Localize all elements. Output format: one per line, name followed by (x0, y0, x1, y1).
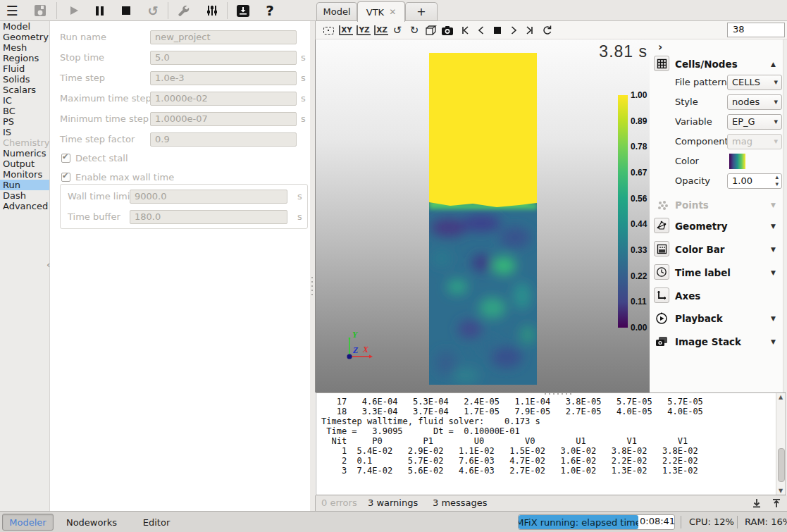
section-playback[interactable]: Playback (675, 313, 723, 324)
sidebar-item-geometry[interactable]: Geometry (0, 32, 49, 42)
vtk-viewport[interactable]: 3.81 s 1.00 0.89 0.78 0.67 0.56 0.44 0.3… (315, 39, 650, 392)
expand-arrow-icon[interactable]: ▼ (771, 223, 776, 230)
sidebar-item-advanced[interactable]: Advanced (0, 201, 49, 211)
wall-time-limit-input[interactable]: 9000.0 (130, 190, 287, 204)
last-frame-button[interactable] (521, 22, 538, 39)
sidebar-item-mesh[interactable]: Mesh (0, 42, 49, 53)
section-geometry[interactable]: Geometry (675, 221, 728, 232)
tab-model[interactable]: Model (316, 2, 357, 21)
time-label-button[interactable] (654, 264, 669, 280)
frame-number-input[interactable]: 38 (727, 23, 785, 37)
section-color-bar[interactable]: Color Bar (675, 244, 725, 255)
sidebar-item-fluid[interactable]: Fluid (0, 63, 49, 74)
scroll-down-icon[interactable]: ▼ (779, 488, 783, 494)
stop-playback-button[interactable] (489, 22, 506, 39)
console-output[interactable]: 17 4.6E-04 5.3E-04 2.4E-05 1.1E-04 3.8E-… (316, 392, 786, 495)
console-line: Nit P0 P1 U0 V0 U1 V1 V1 (316, 436, 786, 446)
sidebar-item-bc[interactable]: BC (0, 106, 49, 116)
tab-add-button[interactable]: + (405, 2, 438, 21)
scrollbar-thumb[interactable] (778, 448, 785, 482)
expand-arrow-icon[interactable]: ▼ (771, 315, 776, 322)
console-scrollbar[interactable]: ▲ ▼ (776, 393, 786, 495)
stop-time-input[interactable]: 5.0 (150, 51, 297, 65)
menu-button[interactable]: ☰ (3, 1, 21, 20)
previous-frame-button[interactable] (473, 22, 490, 39)
scroll-to-top-button[interactable] (771, 497, 782, 509)
run-name-input[interactable]: new_project (150, 30, 297, 44)
tab-vtk[interactable]: VTK ✕ (357, 1, 405, 22)
splitter-collapse-icon[interactable]: ‹ (47, 259, 50, 270)
mode-nodeworks-button[interactable]: Nodeworks (62, 514, 121, 531)
variable-select[interactable]: EP_G ▾ (727, 114, 782, 130)
section-time-label[interactable]: Time label (675, 267, 731, 278)
sidebar-item-scalars[interactable]: Scalars (0, 85, 49, 95)
colormap-swatch-button[interactable] (729, 154, 745, 169)
axes-button[interactable] (654, 287, 669, 303)
vertical-splitter[interactable] (310, 21, 315, 511)
stop-button[interactable] (117, 1, 135, 20)
sidebar-item-is[interactable]: IS (0, 127, 49, 137)
splitter-handle[interactable] (545, 392, 573, 395)
geometry-button[interactable] (654, 218, 669, 233)
rotate-left-button[interactable]: ↺ (389, 22, 406, 39)
expand-arrow-icon[interactable]: ▼ (771, 338, 776, 345)
min-time-step-input[interactable]: 1.0000e-07 (150, 112, 297, 126)
help-button[interactable]: ? (261, 1, 279, 20)
errors-count[interactable]: 0 errors (321, 497, 357, 508)
sidebar-item-output[interactable]: Output (0, 159, 49, 169)
cells-nodes-button[interactable] (654, 56, 669, 71)
section-axes[interactable]: Axes (675, 290, 700, 302)
rotate-right-button[interactable]: ↻ (406, 22, 423, 39)
download-button[interactable] (234, 1, 252, 20)
scroll-up-icon[interactable]: ▲ (779, 394, 783, 400)
build-button[interactable] (175, 1, 193, 20)
time-step-input[interactable]: 1.0e-3 (150, 71, 297, 85)
scroll-to-bottom-button[interactable] (751, 497, 762, 509)
style-select[interactable]: nodes ▾ (727, 94, 782, 110)
sidebar-item-ic[interactable]: IC (0, 95, 49, 106)
expand-arrow-icon[interactable]: ▼ (771, 269, 776, 276)
panel-scrollbar[interactable] (783, 39, 787, 392)
fit-view-button[interactable] (320, 22, 337, 39)
view-xy-button[interactable]: XY (337, 22, 354, 39)
mode-editor-button[interactable]: Editor (135, 514, 178, 531)
sidebar-item-regions[interactable]: Regions (0, 53, 49, 63)
snapshot-button[interactable] (439, 22, 456, 39)
file-pattern-select[interactable]: CELLS ▾ (727, 75, 782, 90)
settings-button[interactable] (203, 1, 221, 20)
panel-collapse-icon[interactable]: › (658, 41, 662, 54)
section-image-stack[interactable]: Image Stack (675, 336, 741, 347)
enable-max-wall-time-checkbox[interactable]: ✔ (61, 173, 70, 182)
opacity-spinbox[interactable]: 1.00 ▴ ▾ (727, 173, 782, 189)
color-bar-button[interactable] (654, 241, 669, 256)
sidebar-item-ps[interactable]: PS (0, 116, 49, 127)
view-xz-button[interactable]: XZ (373, 22, 390, 39)
pause-button[interactable] (90, 1, 109, 20)
run-button[interactable] (65, 1, 83, 20)
spin-up-icon[interactable]: ▴ (775, 173, 779, 180)
sidebar-item-model[interactable]: Model (0, 21, 49, 32)
sidebar-item-run[interactable]: Run (0, 180, 49, 190)
expand-arrow-icon[interactable]: ▼ (771, 246, 776, 253)
collapse-arrow-icon[interactable]: ▲ (771, 61, 776, 68)
sidebar-item-solids[interactable]: Solids (0, 74, 49, 85)
sidebar-item-monitors[interactable]: Monitors (0, 169, 49, 180)
sidebar-item-dash[interactable]: Dash (0, 190, 49, 201)
time-step-factor-input[interactable]: 0.9 (150, 132, 297, 147)
repeat-button[interactable] (538, 22, 555, 39)
reset-button[interactable]: ↺ (144, 1, 162, 20)
warnings-count[interactable]: 3 warnings (368, 497, 418, 508)
save-button[interactable] (31, 1, 49, 20)
tab-close-icon[interactable]: ✕ (389, 7, 396, 17)
perspective-button[interactable] (422, 22, 439, 39)
sidebar-item-numerics[interactable]: Numerics (0, 148, 49, 159)
first-frame-button[interactable] (457, 22, 473, 39)
mode-modeler-button[interactable]: Modeler (2, 514, 54, 531)
spin-down-icon[interactable]: ▾ (775, 180, 779, 187)
detect-stall-checkbox[interactable]: ✔ (61, 154, 70, 163)
messages-count[interactable]: 3 messages (433, 497, 488, 508)
time-buffer-input[interactable]: 180.0 (130, 210, 287, 224)
max-time-step-input[interactable]: 1.0000e-02 (150, 92, 297, 106)
next-frame-button[interactable] (505, 22, 522, 39)
view-yz-button[interactable]: YZ (355, 22, 372, 39)
